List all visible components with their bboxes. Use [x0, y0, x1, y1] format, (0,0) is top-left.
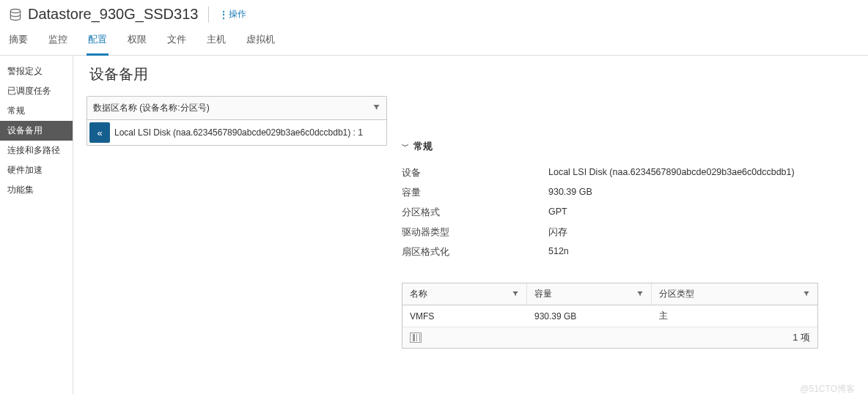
detail-row-capacity: 容量 930.39 GB: [402, 183, 818, 203]
detail-row-drive-type: 驱动器类型 闪存: [402, 223, 818, 242]
detail-row-device: 设备 Local LSI Disk (naa.6234567890abcde02…: [402, 163, 818, 183]
collapse-left-icon[interactable]: «: [89, 122, 110, 143]
partition-cell-name: VMFS: [402, 305, 527, 327]
actions-dots-icon: ⋮: [219, 10, 227, 20]
svg-point-0: [10, 9, 20, 12]
page-title: Datastore_930G_SSD313: [28, 6, 198, 23]
detail-key: 驱动器类型: [402, 226, 548, 239]
partition-col-capacity: 容量: [534, 288, 552, 300]
watermark: @51CTO博客: [800, 383, 855, 394]
divider: [208, 7, 209, 23]
tab-monitor[interactable]: 监控: [47, 27, 69, 55]
partition-cell-capacity: 930.39 GB: [527, 305, 652, 327]
sidebar-item-device-backing[interactable]: 设备备用: [0, 121, 73, 141]
filter-icon[interactable]: [803, 289, 810, 300]
detail-key: 设备: [402, 167, 548, 179]
filter-icon[interactable]: [512, 289, 519, 300]
extent-grid-header: 数据区名称 (设备名称:分区号): [93, 102, 210, 114]
filter-icon[interactable]: [372, 103, 380, 114]
sidebar-item-connectivity[interactable]: 连接和多路径: [0, 141, 73, 160]
datastore-icon: [7, 7, 23, 23]
detail-key: 扇区格式化: [402, 246, 548, 259]
tab-vms[interactable]: 虚拟机: [245, 27, 276, 55]
tab-permissions[interactable]: 权限: [126, 27, 148, 55]
extent-grid: 数据区名称 (设备名称:分区号) « Local LSI Disk (naa.6…: [87, 96, 387, 146]
details-section-title: 常规: [413, 140, 433, 153]
tab-configure[interactable]: 配置: [87, 27, 108, 56]
sidebar-item-hw-accel[interactable]: 硬件加速: [0, 160, 73, 180]
detail-value: GPT: [548, 207, 818, 219]
tab-summary[interactable]: 摘要: [7, 27, 29, 55]
partition-cell-type: 主: [652, 305, 817, 327]
sidebar-item-scheduled-tasks[interactable]: 已调度任务: [0, 81, 73, 101]
main-tabs: 摘要 监控 配置 权限 文件 主机 虚拟机: [0, 27, 868, 56]
sidebar-item-general[interactable]: 常规: [0, 101, 73, 121]
detail-value: 闪存: [548, 226, 818, 239]
chevron-down-icon: ﹀: [402, 141, 409, 152]
partition-grid: 名称 容量 分区类型 VMFS: [402, 283, 818, 349]
detail-key: 分区格式: [402, 207, 548, 219]
config-sidebar: 警报定义 已调度任务 常规 设备备用 连接和多路径 硬件加速 功能集: [0, 56, 73, 394]
detail-row-sector-format: 扇区格式化 512n: [402, 242, 818, 262]
details-section-toggle[interactable]: ﹀ 常规: [402, 140, 818, 153]
extent-row[interactable]: « Local LSI Disk (naa.6234567890abcde029…: [87, 120, 386, 145]
column-picker-icon[interactable]: [410, 332, 422, 343]
sidebar-item-alarm-defs[interactable]: 警报定义: [0, 62, 73, 81]
partition-row[interactable]: VMFS 930.39 GB 主: [402, 305, 817, 327]
partition-col-name: 名称: [410, 288, 427, 300]
detail-value: 512n: [548, 246, 818, 259]
section-heading: 设备备用: [89, 64, 868, 84]
detail-value: Local LSI Disk (naa.6234567890abcde029b3…: [548, 167, 818, 179]
tab-files[interactable]: 文件: [166, 27, 188, 55]
tab-hosts[interactable]: 主机: [205, 27, 227, 55]
actions-label: 操作: [229, 8, 246, 21]
extent-row-text: Local LSI Disk (naa.6234567890abcde029b3…: [114, 127, 386, 138]
actions-menu[interactable]: ⋮ 操作: [219, 8, 246, 21]
detail-key: 容量: [402, 187, 548, 199]
filter-icon[interactable]: [636, 289, 644, 300]
sidebar-item-capability[interactable]: 功能集: [0, 180, 73, 200]
partition-col-type: 分区类型: [659, 288, 694, 300]
detail-value: 930.39 GB: [548, 187, 818, 199]
detail-row-partition-format: 分区格式 GPT: [402, 203, 818, 223]
partition-footer-count: 1 项: [792, 331, 810, 344]
